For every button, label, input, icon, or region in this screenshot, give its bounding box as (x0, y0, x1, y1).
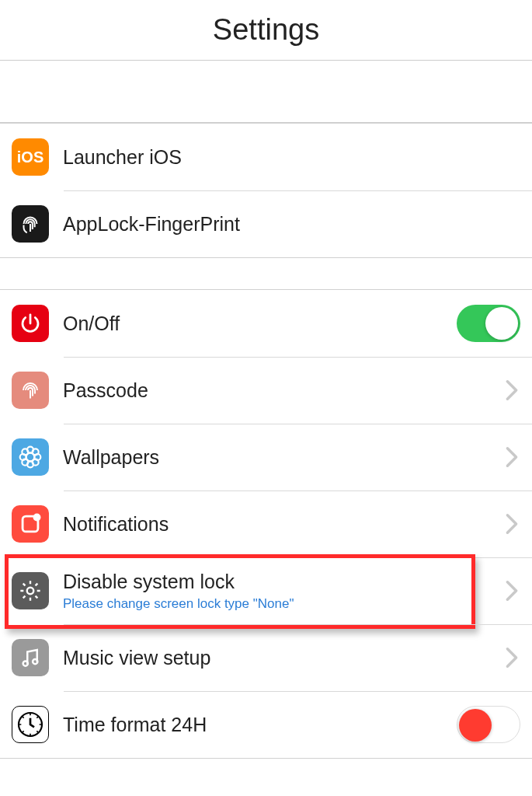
music-icon (12, 639, 49, 676)
wallpapers-icon (12, 438, 49, 476)
group-launchers: iOS Launcher iOS AppLock-FingerPrint (0, 123, 532, 258)
chevron-icon (505, 647, 519, 669)
row-applock[interactable]: AppLock-FingerPrint (0, 190, 532, 257)
notifications-icon (12, 505, 49, 543)
subtitle-disable-lock: Please change screen lock type "None" (63, 596, 505, 612)
page-title: Settings (213, 13, 319, 47)
row-disable-system-lock[interactable]: Disable system lock Please change screen… (0, 557, 532, 624)
svg-point-12 (23, 661, 28, 665)
label-wallpapers: Wallpapers (63, 446, 505, 469)
row-launcher-ios[interactable]: iOS Launcher iOS (0, 124, 532, 190)
svg-point-11 (27, 588, 34, 595)
label-notifications: Notifications (63, 513, 505, 536)
chevron-icon (505, 446, 519, 468)
group-lockscreen: On/Off Passcode (0, 289, 532, 759)
label-passcode: Passcode (63, 379, 505, 402)
passcode-icon (12, 372, 49, 409)
svg-point-10 (33, 514, 41, 522)
label-music: Music view setup (63, 647, 505, 669)
fingerprint-icon (12, 205, 49, 243)
label-disable-lock: Disable system lock (63, 571, 505, 593)
clock-icon (12, 706, 49, 743)
row-music-view-setup[interactable]: Music view setup (0, 624, 532, 691)
row-onoff[interactable]: On/Off (0, 290, 532, 357)
gear-icon (12, 572, 49, 609)
blank-section (0, 61, 532, 123)
toggle-time24[interactable] (457, 706, 520, 743)
label-onoff: On/Off (63, 312, 457, 335)
label-launcher-ios: Launcher iOS (63, 146, 520, 169)
section-gap (0, 258, 532, 289)
ios-icon: iOS (12, 138, 49, 176)
label-applock: AppLock-FingerPrint (63, 213, 520, 236)
power-icon (12, 305, 49, 342)
chevron-icon (505, 379, 519, 401)
chevron-icon (505, 580, 519, 602)
svg-point-13 (33, 659, 37, 664)
settings-header: Settings (0, 0, 532, 61)
label-time24: Time format 24H (63, 714, 457, 736)
row-notifications[interactable]: Notifications (0, 491, 532, 557)
row-wallpapers[interactable]: Wallpapers (0, 424, 532, 491)
row-time-format-24h[interactable]: Time format 24H (0, 691, 532, 758)
toggle-onoff[interactable] (457, 305, 520, 342)
chevron-icon (505, 513, 519, 535)
row-passcode[interactable]: Passcode (0, 357, 532, 424)
